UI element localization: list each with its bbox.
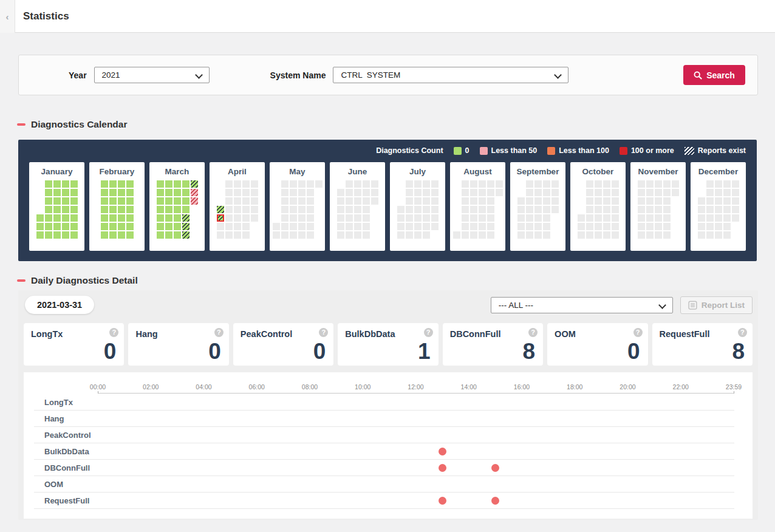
calendar-day-cell[interactable] [101, 180, 108, 188]
calendar-day-cell[interactable] [517, 206, 525, 213]
calendar-day-cell[interactable] [479, 180, 486, 188]
calendar-day-cell[interactable] [715, 197, 722, 205]
calendar-day-cell[interactable] [462, 231, 469, 239]
calendar-day-cell[interactable] [281, 223, 288, 230]
calendar-day-cell[interactable] [354, 189, 361, 196]
calendar-day-cell[interactable] [157, 223, 164, 230]
calendar-day-cell[interactable] [174, 223, 181, 230]
calendar-day-cell[interactable] [534, 223, 542, 230]
calendar-day-cell[interactable] [62, 206, 69, 213]
calendar-day-cell[interactable] [217, 214, 224, 222]
calendar-day-cell[interactable] [706, 197, 714, 205]
calendar-day-cell[interactable] [462, 206, 469, 213]
calendar-day-cell[interactable] [290, 189, 297, 196]
calendar-day-cell[interactable] [165, 197, 172, 205]
calendar-day-cell[interactable] [157, 180, 164, 188]
calendar-day-cell[interactable] [470, 231, 477, 239]
calendar-day-cell[interactable] [595, 214, 602, 222]
calendar-day-cell[interactable] [118, 214, 125, 222]
calendar-day-cell[interactable] [157, 189, 164, 196]
calendar-day-cell[interactable] [346, 180, 353, 188]
calendar-day-cell[interactable] [586, 197, 593, 205]
calendar-day-cell[interactable] [578, 223, 585, 230]
calendar-day-cell[interactable] [526, 197, 533, 205]
calendar-day-cell[interactable] [36, 223, 44, 230]
calendar-day-cell[interactable] [234, 223, 241, 230]
calendar-day-cell[interactable] [496, 180, 503, 188]
calendar-day-cell[interactable] [363, 197, 370, 205]
calendar-day-cell[interactable] [217, 231, 224, 239]
calendar-day-cell[interactable] [706, 206, 714, 213]
calendar-day-cell[interactable] [109, 223, 117, 230]
calendar-day-cell[interactable] [706, 180, 714, 188]
calendar-day-cell[interactable] [603, 223, 610, 230]
calendar-day-cell[interactable] [479, 223, 486, 230]
calendar-day-cell[interactable] [298, 231, 306, 239]
calendar-day-cell[interactable] [715, 231, 722, 239]
calendar-day-cell[interactable] [414, 197, 422, 205]
calendar-day-cell[interactable] [354, 197, 361, 205]
calendar-day-cell[interactable] [45, 206, 52, 213]
calendar-day-cell[interactable] [225, 223, 233, 230]
calendar-day-cell[interactable] [672, 189, 679, 196]
calendar-day-cell[interactable] [225, 189, 233, 196]
calendar-day-cell[interactable] [191, 189, 198, 196]
calendar-day-cell[interactable] [126, 214, 134, 222]
calendar-day-cell[interactable] [655, 223, 662, 230]
calendar-day-cell[interactable] [45, 197, 52, 205]
calendar-day-cell[interactable] [462, 214, 469, 222]
calendar-day-cell[interactable] [586, 214, 593, 222]
calendar-day-cell[interactable] [603, 197, 610, 205]
calendar-day-cell[interactable] [663, 223, 671, 230]
calendar-day-cell[interactable] [487, 189, 494, 196]
calendar-day-cell[interactable] [487, 231, 494, 239]
calendar-day-cell[interactable] [638, 189, 645, 196]
calendar-day-cell[interactable] [551, 189, 559, 196]
calendar-day-cell[interactable] [346, 197, 353, 205]
calendar-day-cell[interactable] [646, 214, 654, 222]
calendar-day-cell[interactable] [663, 180, 671, 188]
calendar-day-cell[interactable] [479, 214, 486, 222]
calendar-day-cell[interactable] [157, 231, 164, 239]
calendar-day-cell[interactable] [646, 223, 654, 230]
calendar-day-cell[interactable] [251, 206, 258, 213]
calendar-day-cell[interactable] [543, 189, 550, 196]
diagnostic-type-select[interactable]: --- ALL --- [491, 297, 673, 313]
calendar-day-cell[interactable] [281, 206, 288, 213]
calendar-day-cell[interactable] [595, 206, 602, 213]
calendar-day-cell[interactable] [70, 180, 78, 188]
calendar-day-cell[interactable] [397, 206, 405, 213]
calendar-day-cell[interactable] [595, 180, 602, 188]
calendar-day-cell[interactable] [45, 180, 52, 188]
calendar-day-cell[interactable] [470, 197, 477, 205]
calendar-day-cell[interactable] [487, 223, 494, 230]
calendar-day-cell[interactable] [109, 214, 117, 222]
calendar-day-cell[interactable] [354, 231, 361, 239]
calendar-day-cell[interactable] [431, 189, 439, 196]
calendar-day-cell[interactable] [551, 180, 559, 188]
calendar-day-cell[interactable] [307, 214, 314, 222]
calendar-day-cell[interactable] [706, 231, 714, 239]
calendar-day-cell[interactable] [234, 180, 241, 188]
calendar-day-cell[interactable] [45, 189, 52, 196]
calendar-day-cell[interactable] [638, 180, 645, 188]
calendar-day-cell[interactable] [655, 214, 662, 222]
calendar-day-cell[interactable] [603, 180, 610, 188]
calendar-day-cell[interactable] [586, 206, 593, 213]
calendar-day-cell[interactable] [453, 231, 460, 239]
calendar-day-cell[interactable] [723, 214, 731, 222]
calendar-day-cell[interactable] [307, 231, 314, 239]
calendar-day-cell[interactable] [595, 189, 602, 196]
calendar-day-cell[interactable] [126, 231, 134, 239]
calendar-day-cell[interactable] [638, 197, 645, 205]
event-dot[interactable] [439, 497, 446, 505]
calendar-day-cell[interactable] [53, 197, 61, 205]
calendar-day-cell[interactable] [118, 180, 125, 188]
calendar-day-cell[interactable] [109, 180, 117, 188]
calendar-day-cell[interactable] [431, 223, 439, 230]
calendar-day-cell[interactable] [663, 189, 671, 196]
calendar-day-cell[interactable] [603, 206, 610, 213]
calendar-day-cell[interactable] [225, 206, 233, 213]
calendar-day-cell[interactable] [346, 206, 353, 213]
calendar-day-cell[interactable] [534, 180, 542, 188]
